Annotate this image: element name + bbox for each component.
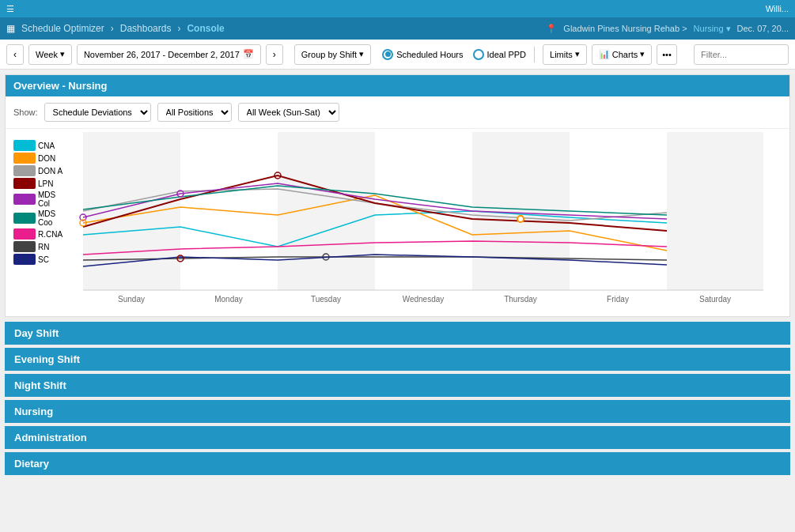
limits-label: Limits <box>550 50 573 59</box>
section-night-shift-label: Night Shift <box>14 379 66 391</box>
svg-rect-1 <box>278 132 375 290</box>
svg-text:Thursday: Thursday <box>504 295 537 304</box>
section-administration[interactable]: Administration <box>5 426 790 449</box>
app-icon: ▦ <box>6 23 15 34</box>
week-label: Week <box>36 50 58 59</box>
cal-icon: 📅 <box>243 49 254 59</box>
radio-group: Scheduled Hours Ideal PPD <box>382 49 526 60</box>
top-bar-user: Willi... <box>766 4 789 13</box>
nav-location: Gladwin Pines Nursing Rehab > <box>563 24 687 33</box>
group-by-arrow: ▾ <box>359 49 364 59</box>
legend-rn: RN <box>13 241 65 252</box>
radio-scheduled-circle <box>382 49 393 60</box>
svg-text:Monday: Monday <box>214 295 243 304</box>
section-nursing[interactable]: Nursing <box>5 400 790 423</box>
chart-svg-container: Sunday Monday Tuesday Wednesday Thursday… <box>65 132 782 308</box>
chart-area: CNA DON DON A LPN <box>6 129 789 316</box>
svg-rect-3 <box>667 132 763 290</box>
limits-arrow: ▾ <box>575 49 580 59</box>
svg-text:Tuesday: Tuesday <box>311 295 341 304</box>
radio-idealpdd-circle <box>473 49 484 60</box>
date-range-button[interactable]: November 26, 2017 - December 2, 2017 📅 <box>77 44 261 65</box>
svg-text:Wednesday: Wednesday <box>403 295 445 304</box>
group-by-label: Group by Shift <box>301 50 357 59</box>
overview-panel: Overview - Nursing Show: Schedule Deviat… <box>5 74 790 317</box>
top-bar: ☰ Willi... <box>0 0 795 17</box>
main: Overview - Nursing Show: Schedule Deviat… <box>0 74 795 475</box>
legend-sc: SC <box>13 254 65 265</box>
overview-title: Overview - Nursing <box>13 80 107 92</box>
radio-scheduled[interactable]: Scheduled Hours <box>382 49 463 60</box>
limits-button[interactable]: Limits ▾ <box>543 44 587 65</box>
nav-sep-2: › <box>177 23 180 34</box>
legend-mdsco: MDS Col <box>13 191 65 208</box>
nav-sep-1: › <box>111 23 114 34</box>
section-evening-shift-label: Evening Shift <box>14 353 80 365</box>
nav-link-dashboards[interactable]: Dashboards <box>120 23 172 34</box>
show-select[interactable]: Schedule Deviations Actual Hours Schedul… <box>44 103 151 122</box>
date-range-text: November 26, 2017 - December 2, 2017 <box>84 50 240 59</box>
separator-1 <box>534 47 535 62</box>
svg-text:Friday: Friday <box>607 295 629 304</box>
nav-bar: ▦ Schedule Optimizer › Dashboards › Cons… <box>0 17 795 40</box>
legend-lpn: LPN <box>13 178 65 189</box>
week-arrow: ▾ <box>60 49 65 59</box>
section-evening-shift[interactable]: Evening Shift <box>5 348 790 371</box>
charts-icon: 📊 <box>599 49 610 59</box>
toolbar: ‹ Week ▾ November 26, 2017 - December 2,… <box>0 40 795 70</box>
next-week-button[interactable]: › <box>266 44 283 65</box>
svg-point-19 <box>517 216 524 222</box>
svg-rect-0 <box>83 132 180 290</box>
section-nursing-label: Nursing <box>14 406 53 417</box>
group-by-button[interactable]: Group by Shift ▾ <box>294 44 371 65</box>
section-night-shift[interactable]: Night Shift <box>5 374 790 397</box>
radio-idealpdd[interactable]: Ideal PPD <box>473 49 527 60</box>
positions-select[interactable]: All Positions CNA DON LPN RN <box>157 103 232 122</box>
legend-dona: DON A <box>13 165 65 176</box>
menu-icon[interactable]: ☰ <box>6 4 14 14</box>
svg-text:Saturday: Saturday <box>699 295 731 304</box>
charts-label: Charts <box>612 50 638 59</box>
section-dietary-label: Dietary <box>14 458 49 470</box>
radio-idealpdd-label: Ideal PPD <box>487 50 527 59</box>
week-selector-button[interactable]: Week ▾ <box>28 44 72 65</box>
overview-header: Overview - Nursing <box>6 75 789 96</box>
section-administration-label: Administration <box>14 432 87 443</box>
section-day-shift[interactable]: Day Shift <box>5 322 790 345</box>
section-dietary[interactable]: Dietary <box>5 452 790 475</box>
legend-cna: CNA <box>13 140 65 151</box>
nav-date: Dec. 07, 20... <box>737 24 789 33</box>
location-icon: 📍 <box>546 24 557 34</box>
show-label: Show: <box>13 108 38 117</box>
more-icon: ••• <box>662 50 672 59</box>
more-button[interactable]: ••• <box>657 44 677 65</box>
filter-input[interactable] <box>694 44 789 65</box>
svg-text:Sunday: Sunday <box>118 295 145 304</box>
nav-link-schedule[interactable]: Schedule Optimizer <box>21 23 104 34</box>
charts-button[interactable]: 📊 Charts ▾ <box>592 44 652 65</box>
nav-active: Console <box>187 23 224 34</box>
legend-don: DON <box>13 153 65 164</box>
week-select[interactable]: All Week (Sun-Sat) Weekdays Weekends <box>238 103 339 122</box>
legend-rcna: R.CNA <box>13 228 65 240</box>
charts-arrow: ▾ <box>640 49 645 59</box>
prev-week-button[interactable]: ‹ <box>6 44 24 65</box>
nav-dept[interactable]: Nursing ▾ <box>694 24 731 34</box>
legend-mdscoo: MDS Coo <box>13 209 65 227</box>
section-day-shift-label: Day Shift <box>14 327 59 339</box>
chart-legend: CNA DON DON A LPN <box>13 132 65 308</box>
radio-scheduled-label: Scheduled Hours <box>396 50 463 59</box>
chart-svg: Sunday Monday Tuesday Wednesday Thursday… <box>65 132 782 306</box>
overview-controls: Show: Schedule Deviations Actual Hours S… <box>6 96 789 129</box>
